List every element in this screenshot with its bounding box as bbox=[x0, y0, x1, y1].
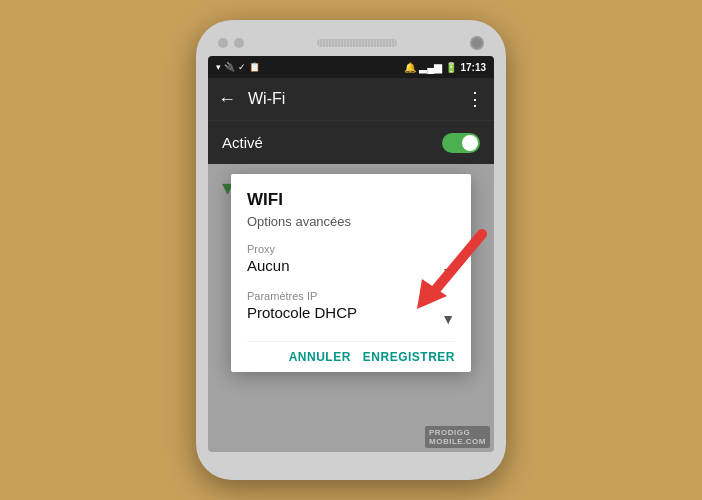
phone-device: ▾ 🔌 ✓ 📋 🔔 ▂▄▆ 🔋 17:13 ← Wi-Fi ⋮ Activé bbox=[196, 20, 506, 480]
front-camera bbox=[470, 36, 484, 50]
wifi-toggle-row: Activé bbox=[208, 120, 494, 164]
wifi-signal-icon: ▾ bbox=[216, 62, 221, 72]
check-icon: ✓ bbox=[238, 62, 246, 72]
cancel-button[interactable]: ANNULER bbox=[289, 350, 351, 364]
signal-bars-icon: ▂▄▆ bbox=[419, 62, 442, 73]
red-arrow-indicator bbox=[402, 224, 492, 314]
status-bar: ▾ 🔌 ✓ 📋 🔔 ▂▄▆ 🔋 17:13 bbox=[208, 56, 494, 78]
volume-icon: 🔔 bbox=[404, 62, 416, 73]
svg-line-0 bbox=[432, 234, 482, 294]
navigation-bar: ← Wi-Fi ⋮ bbox=[208, 78, 494, 120]
watermark: PRODIGGMOBILE.COM bbox=[425, 426, 490, 448]
phone-screen: ▾ 🔌 ✓ 📋 🔔 ▂▄▆ 🔋 17:13 ← Wi-Fi ⋮ Activé bbox=[208, 56, 494, 452]
camera-dots bbox=[218, 38, 244, 48]
more-options-button[interactable]: ⋮ bbox=[466, 88, 484, 110]
active-label: Activé bbox=[222, 134, 263, 151]
dialog-overlay: WIFI Options avancées Proxy Aucun ▼ Para… bbox=[208, 164, 494, 452]
camera-dot-1 bbox=[218, 38, 228, 48]
status-right-area: 🔔 ▂▄▆ 🔋 17:13 bbox=[404, 62, 486, 73]
page-title: Wi-Fi bbox=[248, 90, 466, 108]
wifi-toggle[interactable] bbox=[442, 133, 480, 153]
save-button[interactable]: ENREGISTRER bbox=[363, 350, 455, 364]
back-button[interactable]: ← bbox=[218, 89, 236, 110]
dialog-title: WIFI bbox=[247, 190, 455, 210]
usb-icon: 🔌 bbox=[224, 62, 235, 72]
time-display: 17:13 bbox=[460, 62, 486, 73]
battery-icon: 🔋 bbox=[445, 62, 457, 73]
ip-value: Protocole DHCP bbox=[247, 304, 357, 321]
phone-speaker bbox=[317, 39, 397, 47]
status-left-icons: ▾ 🔌 ✓ 📋 bbox=[216, 62, 260, 72]
sim-icon: 📋 bbox=[249, 62, 260, 72]
camera-dot-2 bbox=[234, 38, 244, 48]
dialog-actions: ANNULER ENREGISTRER bbox=[247, 341, 455, 372]
proxy-value: Aucun bbox=[247, 257, 290, 274]
phone-top-bar bbox=[208, 32, 494, 56]
